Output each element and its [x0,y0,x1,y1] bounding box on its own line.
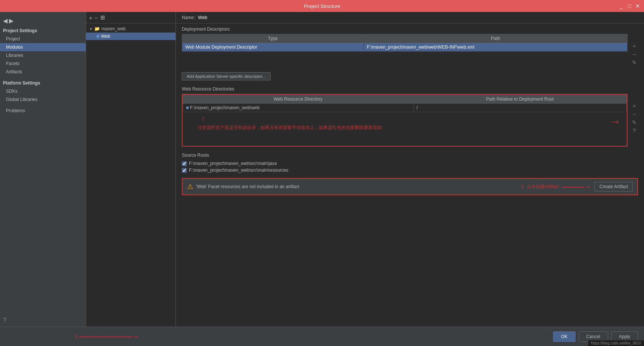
close-button[interactable]: ✕ [634,3,641,9]
content-panel: Name: Web Deployment Descriptors Type Pa… [176,12,644,327]
wrd-edit-button[interactable]: ✎ [631,119,638,126]
annotation-arrow-2: ———→ [562,183,592,191]
expand-arrow-icon: ▼ [89,27,93,31]
module-icon [97,35,100,38]
source-root-resources: F:\maven_project\maven_web\src\main\reso… [182,167,638,174]
sidebar-section-project-settings: Project Settings [0,27,86,35]
wrd-help-button[interactable]: ? [631,127,638,134]
sidebar-section-platform-settings: Platform Settings [0,79,86,87]
wrd-add-button[interactable]: + [631,102,638,110]
forward-arrow[interactable]: ▶ [9,17,13,24]
up-arrow-icon: ↑ [201,114,205,123]
url-bar: https://blog.csdn.net/lee_0610 [588,340,644,346]
deployment-descriptors-title: Deployment Descriptors [182,27,638,32]
dd-remove-button[interactable]: − [631,50,638,58]
tree-content: ▼ 📁 maven_web Web [86,24,176,327]
warning-text: 'Web' Facet resources are not included i… [196,184,512,189]
wrd-right-arrow: → [610,115,621,128]
create-artifact-button[interactable]: Create Artifact [595,182,633,192]
annotation-3: 3 ———————→ [75,332,140,341]
annotation-num-2: 2 [521,184,524,189]
sidebar-item-facets[interactable]: Facets [0,59,86,68]
tree-add-button[interactable]: + [89,15,92,21]
annotation-text-2: 点击创建Artifact [527,184,559,190]
tree-node-label-web: Web [101,34,110,39]
ok-button[interactable]: OK [553,331,575,342]
source-root-resources-path: F:\maven_project\maven_web\src\main\reso… [189,168,288,173]
annotation-arrow-3: ———————→ [80,332,140,341]
dd-actions: + − ✎ [631,34,638,66]
wrd-row-dir: ■ F:\maven_project\maven_web\web [183,104,413,112]
sidebar-item-problems[interactable]: Problems [0,107,86,115]
name-value: Web [198,15,207,20]
title-bar-controls: _ □ ✕ [618,3,641,9]
source-root-java-path: F:\maven_project\maven_web\src\main\java [189,161,277,166]
source-root-java: F:\maven_project\maven_web\src\main\java [182,160,638,167]
bottom-bar: 3 ———————→ OK Cancel Apply [0,327,644,346]
name-row: Name: Web [176,12,644,24]
back-arrow[interactable]: ◀ [3,17,7,24]
nav-arrows: ◀ ▶ [0,15,86,27]
tree-toolbar: + − ⊞ [86,12,176,24]
wrd-title: Web Resource Directories [182,86,638,92]
folder-icon: ■ [186,105,190,110]
title-bar: Project Structure _ □ ✕ [0,0,644,12]
right-arrow-icon: → [610,115,621,128]
sidebar-item-artifacts[interactable]: Artifacts [0,68,86,76]
wrd-actions: + − ✎ ? [631,94,638,134]
sidebar-item-global-libraries[interactable]: Global Libraries [0,95,86,104]
wrd-row-path: / [413,104,626,112]
tree-node-label-maven-web: maven_web [101,26,126,31]
tree-node-web[interactable]: Web [86,33,176,40]
wrd-col-dir: Web Resource Directory [183,95,413,104]
source-root-resources-checkbox[interactable] [182,168,187,173]
sidebar-item-libraries[interactable]: Libraries [0,51,86,59]
tree-remove-button[interactable]: − [95,15,98,21]
deployment-descriptors-section: Deployment Descriptors Type Path Web Mod… [176,24,644,83]
maximize-button[interactable]: □ [626,3,633,9]
sidebar-item-project[interactable]: Project [0,35,86,43]
wrd-col-path: Path Relative to Deployment Root [413,95,626,104]
source-roots-title: Source Roots [182,153,638,158]
add-descriptor-button[interactable]: Add Application Server specific descript… [182,72,271,80]
warning-bar: ⚠ 'Web' Facet resources are not included… [182,178,638,195]
sidebar: ◀ ▶ Project Settings Project Modules Lib… [0,12,86,327]
sidebar-item-modules[interactable]: Modules [0,43,86,51]
source-root-java-checkbox[interactable] [182,161,187,166]
tree-node-maven-web[interactable]: ▼ 📁 maven_web [86,25,176,33]
help-icon[interactable]: ? [3,317,6,323]
web-resource-directories-section: Web Resource Directories Web Resource Di… [176,83,644,150]
tree-copy-button[interactable]: ⊞ [100,14,105,21]
dd-row-type: Web Module Deployment Descriptor [182,43,364,52]
wrd-table-border: Web Resource Directory Path Relative to … [182,94,628,147]
warning-icon: ⚠ [187,183,193,191]
annotation-num-3: 3 [75,334,77,339]
sidebar-item-sdks[interactable]: SDKs [0,87,86,95]
minimize-button[interactable]: _ [618,3,625,9]
folder-icon: 📁 [94,26,100,31]
table-row[interactable]: ■ F:\maven_project\maven_web\web / [183,104,627,112]
dd-col-type: Type [182,34,364,43]
wrd-table: Web Resource Directory Path Relative to … [183,95,627,112]
dd-col-path: Path [364,34,628,43]
table-row[interactable]: Web Module Deployment Descriptor F:\mave… [182,43,628,52]
dd-row-path: F:\maven_project\maven_web\web\WEB-INF\w… [364,43,628,52]
dialog-title: Project Structure [304,3,340,9]
annotation-text-1: 注意该栏目下面是否有该目录，如果没有则需要手动添加上，如果是红色的也要删除重新添… [198,125,382,131]
main-layout: ◀ ▶ Project Settings Project Modules Lib… [0,12,644,327]
source-roots-section: Source Roots F:\maven_project\maven_web\… [176,150,644,177]
deployment-descriptors-table-wrapper: Type Path Web Module Deployment Descript… [182,34,628,52]
wrd-remove-button[interactable]: − [631,110,638,118]
dd-edit-button[interactable]: ✎ [631,59,638,66]
deployment-descriptors-table: Type Path Web Module Deployment Descript… [182,34,628,52]
wrd-annotation-area: ↑ 注意该栏目下面是否有该目录，如果没有则需要手动添加上，如果是红色的也要删除重… [183,112,627,146]
dd-add-button[interactable]: + [631,42,638,50]
tree-panel: + − ⊞ ▼ 📁 maven_web Web [86,12,176,327]
name-label: Name: [182,15,195,20]
